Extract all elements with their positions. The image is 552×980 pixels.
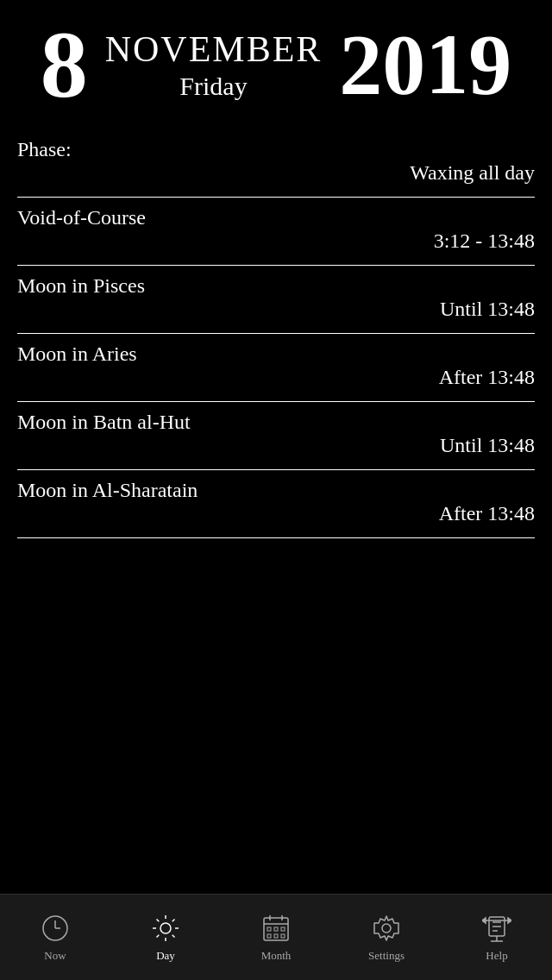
pisces-label: Moon in Pisces	[17, 274, 535, 298]
sharatain-section: Moon in Al-Sharatain After 13:48	[17, 470, 535, 537]
phase-value: Waxing all day	[17, 161, 535, 192]
divider-6	[17, 537, 535, 538]
svg-rect-18	[281, 927, 285, 931]
sun-icon	[150, 913, 181, 944]
phase-section: Phase: Waxing all day	[17, 129, 535, 197]
svg-line-8	[157, 919, 160, 921]
header-year: 2019	[339, 22, 511, 108]
aries-section: Moon in Aries After 13:48	[17, 334, 535, 401]
header-month: NOVEMBER	[105, 28, 323, 71]
nav-item-day[interactable]: Day	[131, 913, 200, 963]
svg-rect-19	[267, 934, 271, 938]
gear-icon	[371, 913, 402, 944]
aries-value: After 13:48	[17, 366, 535, 396]
content-area: Phase: Waxing all day Void-of-Course 3:1…	[0, 129, 552, 538]
bottom-nav: Now Day	[0, 894, 552, 980]
nav-label-day: Day	[156, 949, 175, 963]
help-icon	[481, 913, 512, 944]
calendar-icon	[260, 913, 292, 944]
header-day: 8	[41, 17, 88, 112]
batn-value: Until 13:48	[17, 434, 535, 464]
nav-label-now: Now	[44, 949, 66, 963]
nav-label-settings: Settings	[368, 949, 405, 963]
sharatain-label: Moon in Al-Sharatain	[17, 479, 535, 502]
pisces-value: Until 13:48	[17, 298, 535, 328]
phase-label: Phase:	[17, 138, 535, 161]
batn-label: Moon in Batn al-Hut	[17, 411, 535, 434]
svg-rect-20	[274, 934, 278, 938]
sharatain-value: After 13:48	[17, 502, 535, 532]
nav-item-help[interactable]: Help	[462, 913, 531, 963]
nav-label-month: Month	[261, 949, 292, 963]
nav-item-month[interactable]: Month	[242, 913, 310, 963]
nav-item-now[interactable]: Now	[21, 913, 90, 963]
voc-value: 3:12 - 13:48	[17, 229, 535, 260]
svg-rect-16	[267, 927, 271, 931]
batn-section: Moon in Batn al-Hut Until 13:48	[17, 402, 535, 469]
svg-point-22	[382, 924, 391, 933]
clock-icon	[40, 913, 71, 944]
svg-rect-21	[281, 934, 285, 938]
voc-label: Void-of-Course	[17, 206, 535, 229]
svg-point-3	[160, 923, 171, 933]
header-weekday: Friday	[179, 71, 247, 102]
svg-rect-17	[274, 927, 278, 931]
svg-line-11	[157, 934, 160, 937]
pisces-section: Moon in Pisces Until 13:48	[17, 266, 535, 333]
svg-line-9	[172, 934, 175, 937]
svg-line-10	[172, 919, 175, 921]
nav-item-settings[interactable]: Settings	[352, 913, 421, 963]
svg-marker-31	[482, 918, 486, 923]
aries-label: Moon in Aries	[17, 342, 535, 366]
svg-marker-30	[508, 918, 511, 923]
voc-section: Void-of-Course 3:12 - 13:48	[17, 198, 535, 265]
header: 8 NOVEMBER Friday 2019	[0, 0, 552, 121]
header-middle: NOVEMBER Friday	[105, 28, 323, 102]
nav-label-help: Help	[486, 949, 507, 963]
